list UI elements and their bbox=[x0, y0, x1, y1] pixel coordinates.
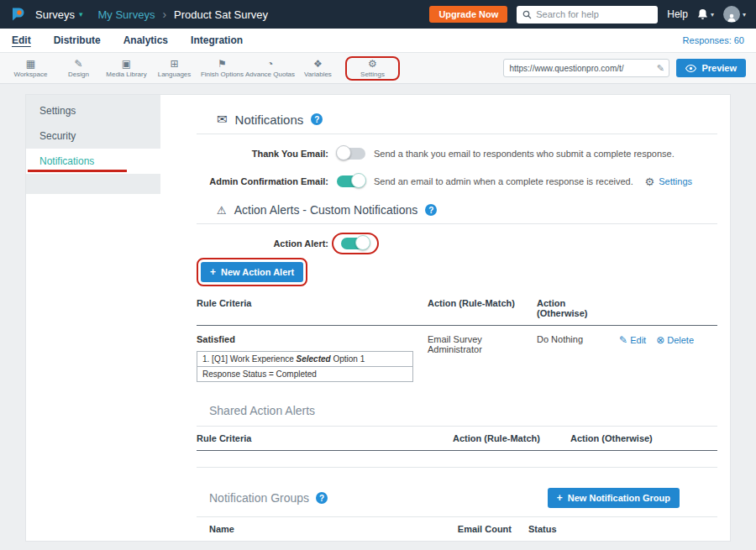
otherwise-cell: Do Nothing bbox=[537, 333, 617, 382]
responses-count[interactable]: Responses: 60 bbox=[683, 35, 744, 45]
breadcrumb: My Surveys › Product Sat Survey bbox=[98, 8, 269, 21]
admin-confirmation-description: Send an email to admin when a complete r… bbox=[374, 176, 633, 186]
new-action-alert-button[interactable]: + New Action Alert bbox=[201, 262, 303, 282]
breadcrumb-my-surveys[interactable]: My Surveys bbox=[98, 8, 155, 21]
eye-icon bbox=[685, 65, 696, 72]
survey-url-field[interactable]: ✎ bbox=[503, 59, 669, 77]
annotation-settings-highlight: ⚙ Settings bbox=[345, 56, 400, 81]
survey-url-input[interactable] bbox=[504, 64, 652, 73]
divider bbox=[197, 134, 717, 134]
toolbar-item-label: Finish Options bbox=[201, 71, 244, 78]
edit-label: Edit bbox=[630, 335, 646, 345]
toolbar-item-variables[interactable]: ❖ Variables bbox=[294, 59, 342, 78]
gear-icon: ⚙ bbox=[645, 175, 655, 188]
toolbar-item-advance-quotas[interactable]: ◔ Advance Quotas bbox=[246, 59, 294, 78]
action-alert-label: Action Alert: bbox=[197, 238, 328, 249]
questionpro-app: Surveys ▾ My Surveys › Product Sat Surve… bbox=[0, 0, 756, 550]
edit-url-icon[interactable]: ✎ bbox=[652, 63, 669, 74]
gear-icon: ⚙ bbox=[368, 59, 377, 70]
chevron-down-icon: ▾ bbox=[79, 10, 83, 18]
help-question-icon[interactable]: ? bbox=[316, 492, 328, 504]
notification-groups-header: Notification Groups ? + New Notification… bbox=[209, 488, 717, 508]
sidebar-item-settings[interactable]: Settings bbox=[26, 98, 160, 123]
action-alerts-section-header: ⚠ Action Alerts - Custom Notifications ? bbox=[217, 203, 717, 217]
criteria-condition-1: 1. [Q1] Work Experience Selected Option … bbox=[197, 351, 413, 367]
toolbar-item-workspace[interactable]: ▦ Workspace bbox=[7, 59, 55, 78]
action-alert-toggle[interactable] bbox=[341, 238, 370, 249]
thank-you-email-label: Thank You Email: bbox=[197, 149, 328, 159]
topbar-right: Upgrade Now Help ▾ ▾ bbox=[429, 6, 746, 24]
breadcrumb-current: Product Sat Survey bbox=[174, 8, 268, 21]
toolbar-item-settings[interactable]: ⚙ Settings bbox=[349, 59, 396, 78]
tab-integration[interactable]: Integration bbox=[191, 34, 243, 46]
sidebar-item-label: Notifications bbox=[39, 155, 94, 167]
delete-label: Delete bbox=[667, 335, 694, 345]
toolbar-item-label: Design bbox=[68, 71, 89, 78]
col-header-status: Status bbox=[512, 524, 621, 534]
rule-match-cell: Email Survey Administrator bbox=[428, 333, 537, 382]
col-header-action-otherwise: Action (Otherwise) bbox=[570, 433, 717, 443]
col-header-action-otherwise: Action (Otherwise) bbox=[537, 298, 617, 318]
delete-alert-link[interactable]: ⊗ Delete bbox=[656, 334, 694, 346]
upgrade-now-button[interactable]: Upgrade Now bbox=[429, 6, 507, 23]
topbar: Surveys ▾ My Surveys › Product Sat Surve… bbox=[0, 0, 756, 29]
advance-quotas-icon: ◔ bbox=[267, 59, 273, 70]
account-menu[interactable]: ▾ bbox=[723, 6, 746, 23]
notifications-bell-menu[interactable]: ▾ bbox=[697, 8, 714, 20]
plus-icon: + bbox=[210, 266, 216, 278]
plus-icon: + bbox=[557, 492, 563, 504]
edit-toolbar: ▦ Workspace ✎ Design ▣ Media Library ⊞ L… bbox=[0, 53, 756, 84]
help-question-icon[interactable]: ? bbox=[425, 204, 437, 216]
settings-panel: Settings Security Notifications ✉ Notifi… bbox=[25, 94, 731, 542]
search-input[interactable] bbox=[536, 9, 652, 19]
sidebar-item-notifications[interactable]: Notifications bbox=[26, 149, 160, 174]
questionpro-logo[interactable] bbox=[10, 6, 27, 23]
help-search-box[interactable] bbox=[517, 6, 658, 24]
annotation-notifications-underline bbox=[28, 170, 127, 172]
help-link[interactable]: Help bbox=[667, 8, 688, 20]
admin-email-settings-link[interactable]: ⚙ Settings bbox=[645, 175, 692, 188]
tab-analytics[interactable]: Analytics bbox=[123, 34, 168, 46]
thank-you-email-toggle[interactable] bbox=[337, 148, 365, 160]
admin-confirmation-toggle[interactable] bbox=[337, 175, 365, 187]
table-header-row: Rule Criteria Action (Rule-Match) Action… bbox=[197, 291, 717, 326]
action-alerts-title: Action Alerts - Custom Notifications bbox=[234, 203, 418, 217]
toolbar-item-label: Variables bbox=[304, 71, 332, 78]
chevron-down-icon: ▾ bbox=[743, 11, 746, 18]
toolbar-item-design[interactable]: ✎ Design bbox=[55, 59, 102, 78]
preview-button[interactable]: Preview bbox=[676, 59, 746, 77]
toolbar-item-finish-options[interactable]: ⚑ Finish Options bbox=[198, 59, 246, 78]
criteria-text: Option 1 bbox=[331, 354, 365, 364]
col-header-rule-criteria: Rule Criteria bbox=[197, 298, 428, 318]
tab-edit[interactable]: Edit bbox=[12, 34, 31, 46]
admin-confirmation-row: Admin Confirmation Email: Send an email … bbox=[197, 173, 717, 190]
criteria-text: 1. [Q1] Work Experience bbox=[202, 354, 297, 364]
surveys-menu-label: Surveys bbox=[35, 8, 75, 21]
toolbar-item-label: Media Library bbox=[106, 71, 146, 78]
toggle-knob bbox=[336, 145, 351, 160]
thank-you-email-row: Thank You Email: Send a thank you email … bbox=[197, 145, 717, 162]
search-icon bbox=[522, 10, 532, 19]
admin-confirmation-label: Admin Confirmation Email: bbox=[197, 176, 328, 186]
pencil-icon: ✎ bbox=[619, 334, 627, 346]
toolbar-item-languages[interactable]: ⊞ Languages bbox=[150, 59, 198, 78]
toolbar-item-media-library[interactable]: ▣ Media Library bbox=[102, 59, 150, 78]
thank-you-email-description: Send a thank you email to respondents wh… bbox=[374, 149, 675, 159]
edit-alert-link[interactable]: ✎ Edit bbox=[619, 334, 646, 346]
notifications-section-header: ✉ Notifications ? bbox=[217, 112, 717, 127]
surveys-menu[interactable]: Surveys ▾ bbox=[35, 8, 83, 21]
sidebar-block: Settings Security Notifications bbox=[26, 95, 160, 194]
toolbar-item-label: Advance Quotas bbox=[245, 71, 295, 78]
notification-groups-table: Name Email Count Status SankTest (Sanket… bbox=[197, 516, 717, 541]
bell-icon bbox=[697, 8, 708, 20]
tab-distribute[interactable]: Distribute bbox=[54, 34, 101, 46]
settings-sidebar: Settings Security Notifications bbox=[26, 95, 160, 541]
notification-groups-title: Notification Groups bbox=[209, 491, 309, 505]
sidebar-item-security[interactable]: Security bbox=[26, 123, 160, 149]
annotation-action-alert-highlight bbox=[332, 233, 379, 254]
design-icon: ✎ bbox=[74, 59, 82, 70]
new-notification-group-button[interactable]: + New Notification Group bbox=[548, 488, 680, 508]
criteria-emphasis: Selected bbox=[297, 354, 331, 364]
help-question-icon[interactable]: ? bbox=[311, 113, 323, 125]
toolbar-item-label: Languages bbox=[158, 71, 192, 78]
